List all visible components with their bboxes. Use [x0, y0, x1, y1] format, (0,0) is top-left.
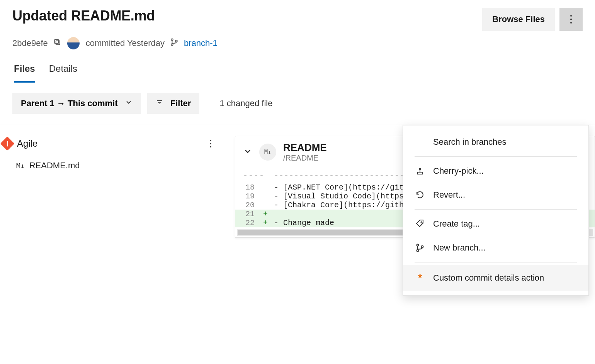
page-title: Updated README.md [12, 8, 155, 24]
more-actions-button[interactable] [559, 8, 583, 31]
browse-files-button[interactable]: Browse Files [482, 8, 555, 31]
svg-point-4 [175, 40, 177, 42]
file-type-icon: M↓ [259, 144, 276, 161]
svg-rect-1 [54, 39, 58, 43]
svg-point-13 [417, 250, 419, 252]
chevron-down-icon [125, 98, 133, 108]
branch-icon [415, 243, 425, 252]
cherry-pick-icon [415, 166, 425, 176]
more-icon [570, 15, 572, 24]
menu-revert[interactable]: Revert... [403, 183, 588, 207]
committed-text: committed Yesterday [86, 38, 165, 48]
svg-point-12 [417, 244, 419, 246]
repo-root[interactable]: Agile [17, 138, 37, 149]
menu-custom-action[interactable]: * Custom commit details action [403, 265, 588, 291]
commit-hash: 2bde9efe [12, 38, 48, 48]
tree-more-button[interactable] [207, 137, 214, 151]
filter-label: Filter [170, 98, 191, 108]
diff-file-name: README [283, 142, 327, 154]
svg-point-14 [422, 246, 423, 248]
compare-dropdown[interactable]: Parent 1 → This commit [12, 93, 141, 114]
file-tree: Agile M↓ README.md [0, 125, 224, 310]
tree-file-label: README.md [29, 161, 80, 171]
revert-icon [415, 190, 425, 200]
menu-separator [415, 156, 577, 157]
menu-create-tag[interactable]: Create tag... [403, 212, 588, 236]
svg-point-11 [421, 222, 422, 223]
tag-icon [415, 219, 425, 229]
menu-separator [415, 262, 577, 262]
copy-icon[interactable] [53, 38, 61, 48]
markdown-icon: M↓ [16, 162, 25, 170]
tree-file-item[interactable]: M↓ README.md [0, 153, 224, 173]
svg-point-2 [171, 39, 173, 41]
collapse-icon[interactable] [243, 147, 252, 157]
commit-meta: 2bde9efe committed Yesterday branch-1 [12, 36, 583, 50]
compare-label: Parent 1 → This commit [21, 98, 118, 108]
tab-files[interactable]: Files [14, 63, 35, 83]
filter-button[interactable]: Filter [147, 93, 200, 114]
diff-file-path: /README [283, 154, 327, 163]
svg-point-8 [419, 168, 421, 170]
changed-files-text: 1 changed file [219, 98, 272, 108]
branch-link[interactable]: branch-1 [184, 38, 218, 48]
git-icon [0, 137, 15, 151]
menu-cherry-pick[interactable]: Cherry-pick... [403, 159, 588, 183]
svg-rect-9 [418, 172, 422, 174]
branch-icon [170, 38, 178, 49]
menu-search-branches[interactable]: Search in branches [403, 130, 588, 154]
tabs: Files Details [12, 63, 583, 82]
svg-rect-0 [56, 41, 60, 45]
avatar [66, 36, 80, 50]
menu-new-branch[interactable]: New branch... [403, 236, 588, 260]
actions-menu: Search in branches Cherry-pick... Revert… [403, 125, 589, 296]
menu-separator [415, 209, 577, 210]
svg-point-3 [171, 44, 173, 46]
filter-icon [156, 98, 163, 108]
tab-details[interactable]: Details [49, 63, 77, 82]
asterisk-icon: * [415, 272, 425, 284]
